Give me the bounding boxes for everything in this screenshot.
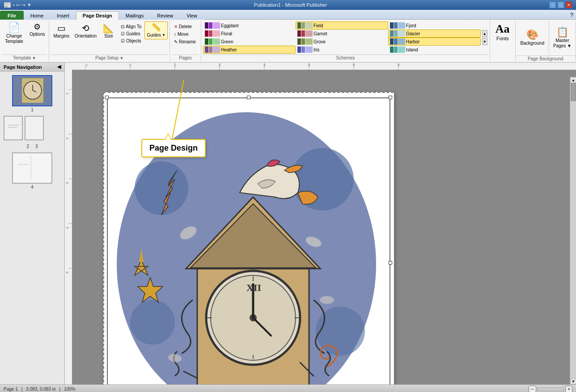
- zoom-out-button[interactable]: ─: [529, 386, 536, 392]
- margins-icon: ▭: [57, 23, 66, 34]
- scheme-fjord[interactable]: Fjord: [388, 21, 481, 30]
- swatch-3: [305, 22, 313, 29]
- close-button[interactable]: ✕: [565, 1, 572, 8]
- canvas-area: -1 0 1 2 3 4 5 6: [65, 63, 576, 384]
- window-controls: ─ □ ✕: [549, 1, 572, 8]
- tab-insert[interactable]: Insert: [50, 11, 76, 20]
- tab-page-design[interactable]: Page Design: [76, 11, 119, 20]
- iris-swatches: [297, 46, 313, 53]
- minimize-button[interactable]: ─: [549, 1, 556, 8]
- swatch-2: [394, 46, 398, 53]
- rename-button[interactable]: ✎ Rename: [172, 38, 198, 45]
- tab-review[interactable]: Review: [150, 11, 180, 20]
- scheme-island[interactable]: Island: [388, 46, 481, 54]
- scheme-eggplant[interactable]: Eggplant: [203, 21, 296, 30]
- page-thumb-1[interactable]: [12, 75, 52, 106]
- move-button[interactable]: ↕ Move: [172, 31, 191, 38]
- page-1-label: 1: [31, 107, 34, 112]
- tab-mailings[interactable]: Mailings: [119, 11, 150, 20]
- zoom-level: 100%: [64, 387, 76, 392]
- scheme-heather[interactable]: Heather: [203, 46, 296, 54]
- handle-tm[interactable]: [247, 96, 250, 99]
- swatch-1: [205, 22, 208, 29]
- page-setup-expand-icon[interactable]: ▼: [119, 56, 123, 60]
- scheme-harbor-label: Harbor: [406, 39, 420, 44]
- restore-button[interactable]: □: [557, 1, 564, 8]
- size-button[interactable]: 📐 Size: [100, 21, 118, 40]
- help-icon[interactable]: ?: [570, 12, 573, 18]
- guides-button[interactable]: ☑ Guides: [119, 30, 144, 37]
- swatch-3: [398, 38, 405, 45]
- ruler-vertical: 1 2 3 4 5: [65, 63, 72, 384]
- options-icon: ⚙: [34, 23, 41, 31]
- grove-swatches: [297, 38, 313, 45]
- scroll-down-button[interactable]: ▼: [570, 378, 576, 384]
- scheme-iris[interactable]: Iris: [296, 46, 388, 54]
- scheme-glacier[interactable]: Glacier: [388, 30, 481, 38]
- handle-tl[interactable]: [105, 96, 109, 99]
- size-icon: 📐: [103, 23, 114, 34]
- scroll-up-button[interactable]: ▲: [570, 77, 576, 83]
- margins-label: Margins: [53, 34, 69, 39]
- objects-button[interactable]: ☑ Objects: [119, 38, 144, 44]
- ruler-horizontal: -1 0 1 2 3 4 5 6: [72, 63, 576, 70]
- page-nav-collapse[interactable]: ◀: [57, 64, 61, 70]
- scheme-field[interactable]: Field: [296, 21, 388, 30]
- swatch-3: [398, 46, 405, 53]
- svg-text:0: 0: [129, 63, 131, 67]
- page-design-callout: Page Design: [141, 139, 206, 157]
- scroll-thumb[interactable]: [571, 83, 576, 101]
- scheme-grove[interactable]: Grove: [296, 38, 388, 46]
- tab-view[interactable]: View: [180, 11, 204, 20]
- guides-dropdown-label: Guides: [147, 33, 161, 38]
- svg-rect-9: [13, 153, 51, 183]
- scheme-scroll-down[interactable]: ▼: [482, 38, 487, 45]
- scheme-garnet[interactable]: Garnet: [296, 30, 388, 38]
- page-nav-header: Page Navigation ◀: [0, 63, 64, 72]
- scheme-floral[interactable]: Floral: [203, 30, 296, 38]
- delete-button[interactable]: ✕ Delete: [172, 23, 194, 30]
- swatch-1: [205, 30, 208, 37]
- move-icon: ↕: [174, 32, 176, 37]
- page-thumb-2[interactable]: [4, 116, 23, 140]
- ribbon-container: File Home Insert Page Design Mailings Re…: [0, 10, 576, 63]
- guides-dropdown-button[interactable]: 📏 Guides ▼: [144, 21, 168, 39]
- thumb-container-4: 4: [4, 152, 61, 190]
- guides-checkbox-icon: ☑: [121, 31, 125, 36]
- page-thumb-4[interactable]: [12, 152, 52, 184]
- callout-text: Page Design: [149, 143, 198, 152]
- change-template-button[interactable]: 📄 ChangeTemplate: [2, 21, 26, 46]
- swatch-1: [297, 22, 301, 29]
- page-thumb-3[interactable]: [25, 116, 44, 140]
- tab-file[interactable]: File: [0, 11, 24, 20]
- master-pages-button[interactable]: 📋 MasterPages ▼: [549, 21, 576, 55]
- scheme-harbor[interactable]: Harbor: [388, 38, 481, 46]
- swatch-2: [301, 38, 305, 45]
- zoom-in-button[interactable]: +: [565, 386, 572, 392]
- scheme-scroll-up[interactable]: ▲: [482, 30, 487, 37]
- background-button[interactable]: 🎨 Background: [516, 21, 549, 55]
- swatch-1: [390, 38, 394, 45]
- swatch-1: [297, 30, 301, 37]
- orientation-button[interactable]: ⟲ Orientation: [72, 21, 99, 40]
- zoom-bar: [537, 388, 564, 391]
- handle-tr[interactable]: [389, 96, 392, 99]
- swatch-2: [209, 30, 212, 37]
- ribbon-group-schemes: Eggplant Field: [201, 21, 490, 61]
- handle-mr[interactable]: [389, 261, 392, 265]
- thumb-container-3: [25, 116, 44, 140]
- fonts-section[interactable]: Aa Fonts: [490, 21, 516, 61]
- glacier-swatches: [390, 30, 405, 37]
- swatch-2: [394, 22, 398, 29]
- options-button[interactable]: ⚙ Options: [27, 21, 47, 38]
- align-to-button[interactable]: ⊡ Align To: [119, 23, 144, 30]
- svg-rect-5: [4, 116, 22, 140]
- thumb-3-image: [25, 116, 43, 140]
- scheme-green[interactable]: Green: [203, 38, 296, 46]
- swatch-3: [305, 30, 313, 37]
- margins-button[interactable]: ▭ Margins: [51, 21, 72, 40]
- template-expand-icon[interactable]: ▼: [32, 56, 36, 60]
- rename-label: Rename: [179, 39, 196, 44]
- tab-home[interactable]: Home: [24, 11, 50, 20]
- fonts-label: Fonts: [496, 36, 509, 41]
